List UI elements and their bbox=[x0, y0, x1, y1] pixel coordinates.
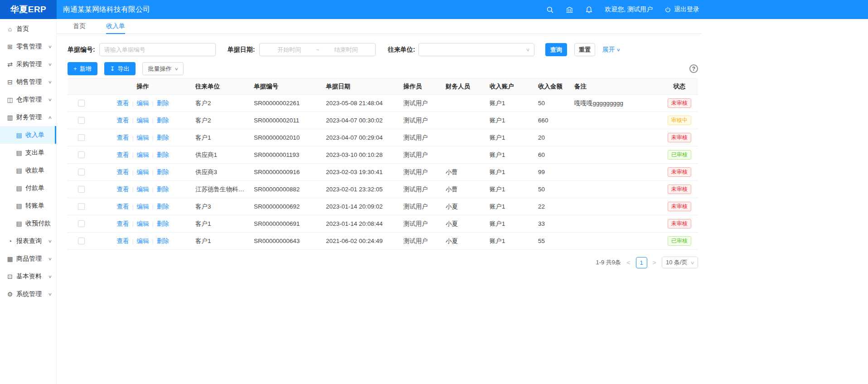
view-link[interactable]: 查看 bbox=[116, 203, 129, 210]
expand-filters-link[interactable]: 展开 ∨ bbox=[602, 46, 620, 54]
sidebar-subitem-income-bill[interactable]: ▤ 收入单 bbox=[0, 126, 56, 144]
delete-link[interactable]: 删除 bbox=[157, 186, 169, 193]
view-link[interactable]: 查看 bbox=[116, 151, 129, 158]
cell-remark bbox=[570, 181, 661, 198]
edit-link[interactable]: 编辑 bbox=[137, 169, 149, 175]
view-link[interactable]: 查看 bbox=[116, 134, 129, 141]
sidebar-subitem-receipt-bill[interactable]: ▤ 收款单 bbox=[0, 161, 56, 179]
edit-link[interactable]: 编辑 bbox=[137, 238, 149, 244]
help-icon[interactable]: ? bbox=[689, 64, 698, 73]
delete-link[interactable]: 删除 bbox=[157, 220, 169, 227]
page-size-select[interactable]: 10 条/页 ∨ bbox=[662, 257, 698, 268]
sidebar-item-reports[interactable]: ◔ 报表查询 ∨ bbox=[0, 232, 56, 250]
action-divider: | bbox=[152, 186, 154, 193]
delete-link[interactable]: 删除 bbox=[157, 100, 169, 107]
row-checkbox[interactable] bbox=[78, 220, 85, 227]
view-link[interactable]: 查看 bbox=[116, 238, 129, 244]
cell-bill-no: SR00000000643 bbox=[249, 233, 321, 250]
edit-link[interactable]: 编辑 bbox=[137, 220, 149, 227]
view-link[interactable]: 查看 bbox=[116, 100, 129, 107]
sidebar-item-sales[interactable]: ⊟ 销售管理 ∨ bbox=[0, 73, 56, 91]
row-checkbox[interactable] bbox=[78, 117, 85, 124]
sidebar-item-purchase[interactable]: ⇄ 采购管理 ∨ bbox=[0, 55, 56, 73]
batch-actions-button[interactable]: 批量操作 ∨ bbox=[142, 62, 184, 75]
cell-operator: 测试用户 bbox=[399, 146, 441, 164]
header-right-group: 欢迎您, 测试用户 退出登录 bbox=[546, 0, 699, 19]
view-link[interactable]: 查看 bbox=[116, 169, 129, 175]
view-link[interactable]: 查看 bbox=[116, 220, 129, 227]
sidebar-subitem-expense-bill[interactable]: ▤ 支出单 bbox=[0, 144, 56, 161]
row-checkbox[interactable] bbox=[78, 238, 85, 244]
edit-link[interactable]: 编辑 bbox=[137, 151, 149, 158]
tab-income-bill[interactable]: 收入单 bbox=[106, 19, 125, 34]
pagination-total: 1-9 共9条 bbox=[596, 258, 621, 267]
sidebar-item-finance[interactable]: ▥ 财务管理 ∧ bbox=[0, 108, 56, 126]
edit-link[interactable]: 编辑 bbox=[137, 100, 149, 107]
cell-finance-staff: 小夏 bbox=[441, 215, 485, 233]
view-link[interactable]: 查看 bbox=[116, 186, 129, 193]
edit-link[interactable]: 编辑 bbox=[137, 134, 149, 141]
sidebar-subitem-transfer-bill[interactable]: ▤ 转账单 bbox=[0, 197, 56, 214]
bell-icon[interactable] bbox=[585, 6, 593, 14]
sidebar-subitem-payment-bill[interactable]: ▤ 付款单 bbox=[0, 179, 56, 197]
row-actions: 查看|编辑|删除 bbox=[95, 181, 191, 198]
search-button[interactable]: 查询 bbox=[545, 43, 567, 56]
bank-icon[interactable] bbox=[566, 6, 573, 14]
reset-button[interactable]: 重置 bbox=[574, 43, 595, 56]
row-checkbox[interactable] bbox=[78, 134, 85, 141]
row-checkbox[interactable] bbox=[78, 203, 85, 210]
chevron-down-icon: ∨ bbox=[690, 260, 694, 265]
cell-remark bbox=[570, 129, 661, 146]
tab-home[interactable]: 首页 bbox=[73, 19, 86, 34]
edit-link[interactable]: 编辑 bbox=[137, 186, 149, 193]
prev-page-button[interactable]: < bbox=[626, 259, 631, 266]
sidebar-item-warehouse[interactable]: ◫ 仓库管理 ∨ bbox=[0, 91, 56, 108]
delete-link[interactable]: 删除 bbox=[157, 134, 169, 141]
delete-link[interactable]: 删除 bbox=[157, 151, 169, 158]
row-checkbox[interactable] bbox=[78, 186, 85, 193]
next-page-button[interactable]: > bbox=[652, 259, 657, 266]
delete-link[interactable]: 删除 bbox=[157, 203, 169, 210]
logout-button[interactable]: 退出登录 bbox=[664, 5, 699, 14]
status-badge: 未审核 bbox=[668, 133, 691, 142]
partner-select[interactable]: ∨ bbox=[418, 43, 534, 56]
start-date-input[interactable] bbox=[263, 46, 315, 53]
date-range-picker[interactable]: ~ bbox=[259, 43, 376, 56]
cell-amount: 99 bbox=[533, 164, 570, 181]
sidebar-item-basic-data[interactable]: ⊡ 基本资料 ∨ bbox=[0, 267, 56, 285]
cell-remark bbox=[570, 112, 661, 129]
edit-link[interactable]: 编辑 bbox=[137, 117, 149, 124]
document-icon: ▤ bbox=[15, 167, 23, 174]
document-icon: ▤ bbox=[15, 202, 23, 209]
bill-no-input[interactable] bbox=[99, 43, 216, 56]
cell-account: 账户1 bbox=[485, 164, 533, 181]
action-divider: | bbox=[132, 169, 133, 175]
header-checkbox-cell bbox=[68, 78, 95, 95]
delete-link[interactable]: 删除 bbox=[157, 238, 169, 244]
view-link[interactable]: 查看 bbox=[116, 117, 129, 124]
delete-link[interactable]: 删除 bbox=[157, 169, 169, 175]
delete-link[interactable]: 删除 bbox=[157, 117, 169, 124]
row-checkbox[interactable] bbox=[78, 151, 85, 158]
cell-status: 未审核 bbox=[661, 215, 698, 233]
cell-finance-staff: 小曹 bbox=[441, 164, 485, 181]
end-date-input[interactable] bbox=[320, 46, 372, 53]
export-button[interactable]: ↧ 导出 bbox=[104, 62, 136, 75]
row-checkbox[interactable] bbox=[78, 100, 85, 107]
sidebar-item-home[interactable]: ⌂ 首页 bbox=[0, 20, 56, 38]
current-page-button[interactable]: 1 bbox=[636, 257, 647, 268]
cell-remark bbox=[570, 215, 661, 233]
sales-icon: ⊟ bbox=[6, 78, 14, 86]
edit-link[interactable]: 编辑 bbox=[137, 203, 149, 210]
add-button[interactable]: + 新增 bbox=[68, 62, 97, 75]
sidebar-item-goods[interactable]: ▦ 商品管理 ∨ bbox=[0, 250, 56, 267]
cell-bill-date: 2023-03-10 00:10:28 bbox=[321, 146, 399, 164]
income-bill-table: 操作 往来单位 单据编号 单据日期 操作员 财务人员 收入账户 收入金额 备注 … bbox=[68, 78, 698, 250]
cell-status: 已审核 bbox=[661, 233, 698, 250]
cell-finance-staff: 小夏 bbox=[441, 233, 485, 250]
sidebar-item-system[interactable]: ⚙ 系统管理 ∨ bbox=[0, 285, 56, 303]
row-checkbox[interactable] bbox=[78, 169, 85, 175]
sidebar-item-retail[interactable]: ⊞ 零售管理 ∨ bbox=[0, 38, 56, 55]
sidebar-subitem-advance-payment[interactable]: ▤ 收预付款 bbox=[0, 214, 56, 232]
search-icon[interactable] bbox=[546, 6, 554, 14]
